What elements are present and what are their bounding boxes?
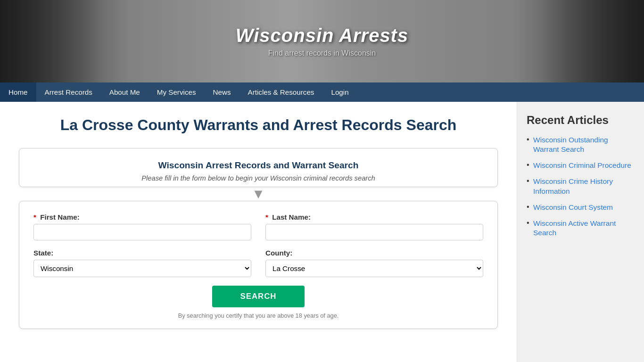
nav-home[interactable]: Home: [0, 82, 36, 102]
header-right-decoration: [540, 0, 644, 82]
sidebar-link-0[interactable]: Wisconsin Outstanding Warrant Search: [533, 136, 608, 153]
site-header: Wisconsin Arrests Find arrest records in…: [0, 0, 644, 82]
arrow-connector: ▼: [19, 187, 498, 201]
county-select[interactable]: La Crosse: [265, 260, 483, 277]
first-name-input[interactable]: [33, 224, 251, 240]
nav-login[interactable]: Login: [322, 82, 357, 102]
nav-about-me[interactable]: About Me: [101, 82, 149, 102]
last-name-group: * Last Name:: [265, 213, 483, 240]
sidebar-article-list: Wisconsin Outstanding Warrant Search Wis…: [527, 135, 635, 238]
sidebar-link-3[interactable]: Wisconsin Court System: [533, 203, 613, 211]
last-name-required: *: [265, 213, 268, 221]
site-title: Wisconsin Arrests: [236, 25, 408, 46]
sidebar-link-4[interactable]: Wisconsin Active Warrant Search: [533, 219, 616, 237]
form-container: * First Name: * Last Name: State:: [19, 201, 498, 329]
sidebar-link-2[interactable]: Wisconsin Crime History Information: [533, 177, 613, 195]
name-row: * First Name: * Last Name:: [33, 213, 483, 240]
main-nav: Home Arrest Records About Me My Services…: [0, 82, 644, 102]
nav-news[interactable]: News: [205, 82, 239, 102]
county-label: County:: [265, 249, 483, 257]
list-item: Wisconsin Criminal Procedure: [527, 161, 635, 170]
last-name-label: * Last Name:: [265, 213, 483, 221]
county-group: County: La Crosse: [265, 249, 483, 277]
site-tagline: Find arrest records in Wisconsin: [236, 49, 408, 58]
sidebar: Recent Articles Wisconsin Outstanding Wa…: [517, 102, 644, 362]
search-box-title: Wisconsin Arrest Records and Warrant Sea…: [33, 160, 483, 171]
header-left-decoration: [0, 0, 104, 82]
list-item: Wisconsin Outstanding Warrant Search: [527, 135, 635, 154]
first-name-label: * First Name:: [33, 213, 251, 221]
first-name-group: * First Name:: [33, 213, 251, 240]
first-name-required: *: [33, 213, 36, 221]
nav-my-services[interactable]: My Services: [149, 82, 205, 102]
state-group: State: Wisconsin: [33, 249, 251, 277]
search-button[interactable]: SEARCH: [212, 286, 305, 307]
last-name-input[interactable]: [265, 224, 483, 240]
search-btn-row: SEARCH: [33, 286, 483, 307]
state-select[interactable]: Wisconsin: [33, 260, 251, 277]
list-item: Wisconsin Court System: [527, 203, 635, 212]
search-box-subtitle: Please fill in the form below to begin y…: [33, 174, 483, 182]
state-label: State:: [33, 249, 251, 257]
form-disclaimer: By searching you certify that you are ab…: [33, 312, 483, 319]
nav-arrest-records[interactable]: Arrest Records: [36, 82, 101, 102]
sidebar-title: Recent Articles: [527, 114, 635, 127]
list-item: Wisconsin Crime History Information: [527, 177, 635, 196]
list-item: Wisconsin Active Warrant Search: [527, 219, 635, 238]
info-box: Wisconsin Arrest Records and Warrant Sea…: [19, 148, 498, 187]
main-content: La Crosse County Warrants and Arrest Rec…: [0, 102, 517, 362]
header-content: Wisconsin Arrests Find arrest records in…: [236, 25, 408, 58]
page-title: La Crosse County Warrants and Arrest Rec…: [19, 116, 498, 134]
location-row: State: Wisconsin County: La Crosse: [33, 249, 483, 277]
page-wrapper: La Crosse County Warrants and Arrest Rec…: [0, 102, 644, 362]
sidebar-link-1[interactable]: Wisconsin Criminal Procedure: [533, 161, 631, 169]
nav-articles-resources[interactable]: Articles & Resources: [239, 82, 323, 102]
